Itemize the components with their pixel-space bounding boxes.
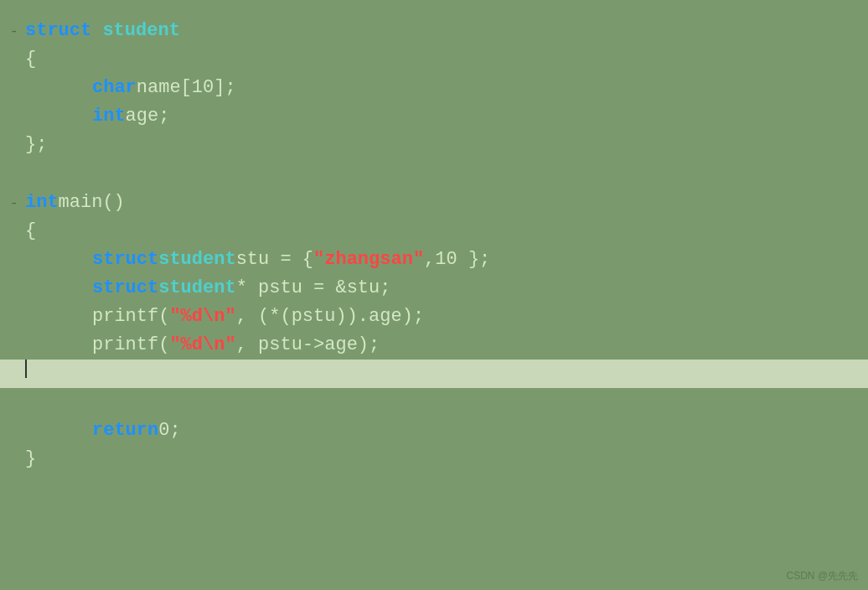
code-line-1: - struct student xyxy=(25,17,851,45)
code-editor: - struct student { char name[10]; int ag… xyxy=(0,0,868,590)
name-field: name[10]; xyxy=(137,74,236,102)
code-line-7: - int main() xyxy=(25,189,851,217)
main-func: main() xyxy=(59,189,125,217)
close-brace-main: } xyxy=(25,445,36,474)
code-area: - struct student { char name[10]; int ag… xyxy=(0,8,868,482)
keyword-return: return xyxy=(92,417,158,445)
text-cursor xyxy=(25,360,27,378)
code-line-13-active[interactable] xyxy=(0,360,868,388)
pstu-assign: * pstu = &stu; xyxy=(236,274,391,303)
stu-assign-end: ,10 }; xyxy=(424,246,490,274)
code-line-9: struct student stu = { "zhangsan" ,10 }; xyxy=(25,246,851,274)
collapse-marker-1[interactable]: - xyxy=(10,22,18,43)
keyword-struct-1: struct xyxy=(25,17,91,45)
empty-line-1 xyxy=(25,159,36,188)
keyword-char: char xyxy=(92,74,137,102)
code-line-5: }; xyxy=(25,131,851,159)
close-brace-semicolon: }; xyxy=(25,131,47,159)
code-line-14 xyxy=(25,388,851,417)
empty-line-2 xyxy=(25,388,36,417)
watermark: CSDN @先先先 xyxy=(786,569,858,583)
code-line-3: char name[10]; xyxy=(25,74,851,102)
code-line-12: printf( "%d\n" , pstu->age); xyxy=(25,331,851,360)
format-string-2: "%d\n" xyxy=(169,331,235,360)
return-value: 0; xyxy=(158,417,180,445)
keyword-student-stu: student xyxy=(158,246,235,274)
stu-assign: stu = { xyxy=(236,246,313,274)
printf-1-start: printf( xyxy=(92,303,169,331)
code-line-8: { xyxy=(25,217,851,246)
code-line-11: printf( "%d\n" , (*(pstu)).age); xyxy=(25,303,851,331)
code-line-15: return 0; xyxy=(25,417,851,445)
collapse-marker-7[interactable]: - xyxy=(10,194,18,215)
code-line-2: { xyxy=(25,45,851,74)
keyword-struct-pstu: struct xyxy=(92,274,158,303)
printf-2-end: , pstu->age); xyxy=(236,331,380,360)
open-brace-1: { xyxy=(25,45,36,74)
code-line-4: int age; xyxy=(25,102,851,131)
string-zhangsan: "zhangsan" xyxy=(313,246,424,274)
printf-2-start: printf( xyxy=(92,331,169,360)
code-line-10: struct student * pstu = &stu; xyxy=(25,274,851,303)
printf-1-end: , (*(pstu)).age); xyxy=(236,303,424,331)
code-line-6 xyxy=(25,159,851,188)
keyword-student-1: student xyxy=(102,17,179,45)
keyword-int-age: int xyxy=(92,102,126,131)
format-string-1: "%d\n" xyxy=(169,303,235,331)
keyword-struct-stu: struct xyxy=(92,246,158,274)
keyword-student-pstu: student xyxy=(158,274,235,303)
age-field: age; xyxy=(126,102,170,131)
open-brace-main: { xyxy=(25,217,36,246)
keyword-int-main: int xyxy=(25,189,59,217)
code-line-16: } xyxy=(25,445,851,474)
